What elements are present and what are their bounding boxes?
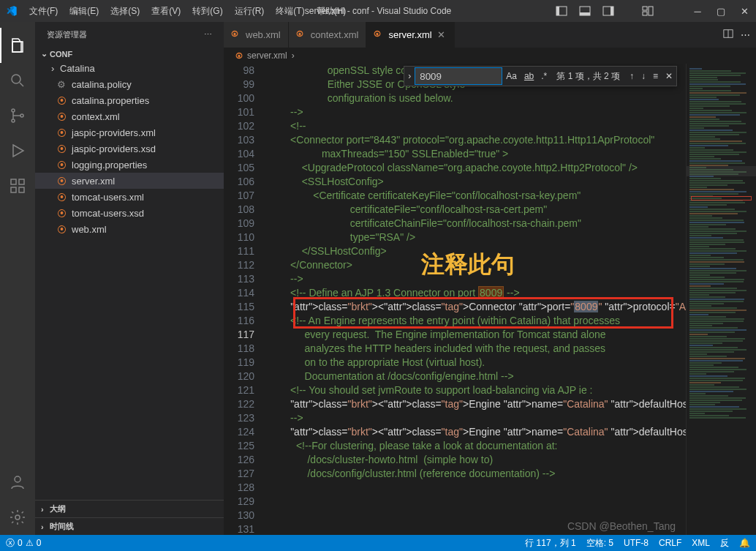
status-ln-col[interactable]: 行 117，列 1	[525, 537, 575, 550]
tab-server.xml[interactable]: ⦿server.xml✕	[366, 22, 454, 48]
breadcrumb-seg: server.xml	[247, 50, 287, 61]
svg-rect-5	[611, 7, 613, 15]
minimize-button[interactable]: ─	[692, 5, 703, 17]
status-spaces[interactable]: 空格: 5	[586, 537, 613, 550]
xml-icon: ⦿	[56, 143, 67, 154]
title-controls: ─ ▢ ✕	[556, 5, 750, 17]
layout-panel-icon[interactable]	[579, 5, 591, 17]
tree-file-jaspic-providers.xml[interactable]: ⦿jaspic-providers.xml	[35, 124, 224, 140]
activity-debug-icon[interactable]	[0, 133, 35, 168]
watermark: CSDN @Beothen_Tang	[567, 520, 676, 532]
menu-item[interactable]: 文件(F)	[23, 2, 64, 20]
svg-rect-7	[649, 7, 653, 15]
svg-rect-1	[556, 7, 559, 15]
regex-icon[interactable]: .*	[537, 70, 551, 83]
activity-scm-icon[interactable]	[0, 98, 35, 133]
tree-file-context.xml[interactable]: ⦿context.xml	[35, 108, 224, 124]
tree-file-tomcat-users.xsd[interactable]: ⦿tomcat-users.xsd	[35, 205, 224, 221]
find-result-label: 第 1 项，共 2 项	[551, 70, 626, 83]
status-lang[interactable]: XML	[692, 538, 710, 548]
maximize-button[interactable]: ▢	[715, 5, 727, 17]
xml-icon: ⦿	[56, 110, 67, 122]
match-word-icon[interactable]: ab	[521, 70, 537, 83]
status-eol[interactable]: CRLF	[659, 538, 681, 548]
sidebar: 资源管理器 ⋯ ⌄CONF ›Catalina⚙catalina.policy⦿…	[35, 22, 224, 535]
tab-more-icon[interactable]: ⋯	[741, 29, 750, 40]
editor-tabs: ⦿web.xml⦿context.xml⦿server.xml✕ ⋯	[224, 22, 756, 48]
svg-point-10	[12, 109, 15, 112]
annotation-box	[293, 297, 673, 329]
minimap[interactable]	[686, 64, 756, 535]
status-feedback[interactable]: 反	[720, 537, 729, 550]
status-problems[interactable]: ⓧ0 ⚠0	[6, 537, 41, 550]
props-icon: ⦿	[56, 94, 67, 106]
find-prev-icon[interactable]: ↑	[626, 70, 638, 83]
find-next-icon[interactable]: ↓	[638, 70, 649, 83]
svg-rect-3	[580, 12, 590, 15]
svg-point-12	[20, 114, 23, 117]
menu-item[interactable]: 选择(S)	[105, 2, 145, 20]
find-input[interactable]	[415, 67, 502, 85]
menu-item[interactable]: 查看(V)	[145, 2, 186, 20]
layout-sidebar-icon[interactable]	[556, 5, 567, 17]
error-icon: ⓧ	[6, 537, 15, 550]
svg-rect-6	[643, 7, 647, 10]
svg-point-17	[15, 476, 20, 482]
editor-area: ⦿web.xml⦿context.xml⦿server.xml✕ ⋯ ⦿ ser…	[224, 22, 756, 535]
activity-extensions-icon[interactable]	[0, 168, 35, 203]
tab-web.xml[interactable]: ⦿web.xml	[224, 22, 289, 48]
find-widget: › Aa ab .* 第 1 项，共 2 项 ↑ ↓ ≡ ✕	[404, 66, 677, 86]
warning-icon: ⚠	[26, 538, 34, 548]
xml-icon: ⦿	[56, 175, 67, 187]
menu-item[interactable]: 转到(G)	[186, 2, 228, 20]
chevron-right-icon: ›	[292, 50, 295, 61]
sidebar-more-icon[interactable]: ⋯	[204, 30, 212, 40]
find-selection-icon[interactable]: ≡	[649, 70, 662, 83]
activity-account-icon[interactable]	[0, 465, 35, 500]
breadcrumb[interactable]: ⦿ server.xml ›	[224, 48, 756, 64]
file-tree: ⌄CONF ›Catalina⚙catalina.policy⦿catalina…	[35, 48, 224, 500]
tree-file-web.xml[interactable]: ⦿web.xml	[35, 221, 224, 237]
sidebar-header: 资源管理器 ⋯	[35, 22, 224, 48]
tree-root[interactable]: ⌄CONF	[35, 48, 224, 60]
find-close-icon[interactable]: ✕	[662, 70, 676, 83]
status-encoding[interactable]: UTF-8	[624, 538, 649, 548]
activity-search-icon[interactable]	[0, 63, 35, 98]
tree-file-catalina.policy[interactable]: ⚙catalina.policy	[35, 76, 224, 92]
tree-folder[interactable]: ›Catalina	[35, 60, 224, 76]
menu-item[interactable]: 编辑(E)	[64, 2, 105, 20]
find-expand-icon[interactable]: ›	[404, 70, 415, 83]
menu-item[interactable]: 运行(R)	[229, 2, 271, 20]
xml-icon: ⦿	[56, 223, 67, 235]
activity-explorer-icon[interactable]	[0, 28, 35, 63]
tree-file-jaspic-providers.xsd[interactable]: ⦿jaspic-providers.xsd	[35, 140, 224, 157]
titlebar: 文件(F)编辑(E)选择(S)查看(V)转到(G)运行(R)终端(T)帮助(H)…	[0, 0, 756, 22]
tab-context.xml[interactable]: ⦿context.xml	[289, 22, 367, 48]
editor-body[interactable]: 9899100101102103104105106107108109110111…	[224, 64, 756, 535]
props-icon: ⦿	[56, 159, 67, 170]
status-bell-icon[interactable]: 🔔	[739, 538, 750, 548]
activity-settings-icon[interactable]	[0, 500, 35, 535]
sidebar-title: 资源管理器	[47, 29, 87, 40]
menubar: 文件(F)编辑(E)选择(S)查看(V)转到(G)运行(R)终端(T)帮助(H)	[23, 2, 556, 20]
line-numbers: 9899100101102103104105106107108109110111…	[224, 64, 268, 535]
xml-icon: ⦿	[56, 207, 67, 219]
timeline-section[interactable]: ›时间线	[35, 517, 224, 535]
outline-section[interactable]: ›大纲	[35, 500, 224, 517]
tree-file-catalina.properties[interactable]: ⦿catalina.properties	[35, 92, 224, 108]
customize-layout-icon[interactable]	[642, 5, 654, 17]
tree-file-server.xml[interactable]: ⦿server.xml	[35, 173, 224, 189]
close-window-button[interactable]: ✕	[738, 5, 750, 17]
svg-rect-15	[19, 187, 24, 192]
close-icon[interactable]: ✕	[436, 30, 447, 40]
minimap-viewport[interactable]	[687, 166, 756, 176]
tree-file-tomcat-users.xml[interactable]: ⦿tomcat-users.xml	[35, 189, 224, 205]
tree-file-logging.properties[interactable]: ⦿logging.properties	[35, 157, 224, 173]
xml-icon: ⦿	[56, 191, 67, 203]
status-bar: ⓧ0 ⚠0 行 117，列 1 空格: 5 UTF-8 CRLF XML 反 🔔	[0, 535, 756, 551]
svg-rect-8	[643, 12, 647, 15]
split-editor-icon[interactable]	[723, 29, 733, 41]
match-case-icon[interactable]: Aa	[502, 70, 521, 83]
layout-right-icon[interactable]	[602, 5, 614, 17]
vscode-logo-icon	[6, 5, 18, 17]
